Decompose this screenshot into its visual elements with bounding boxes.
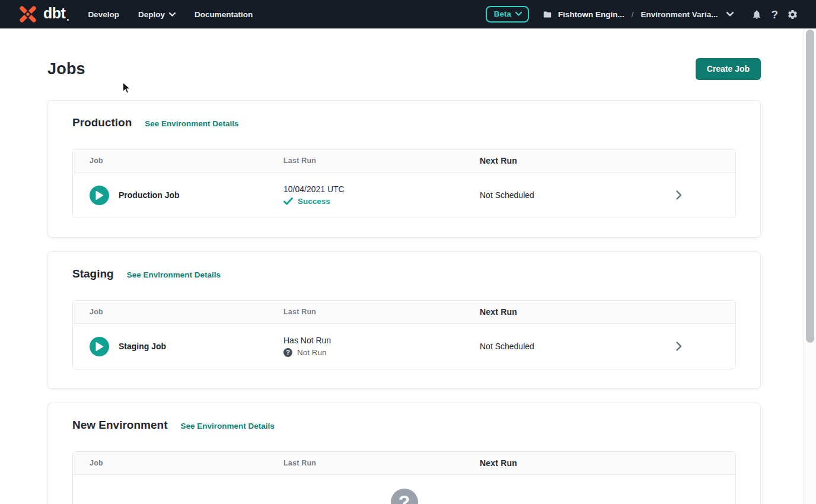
last-run-cell: 10/04/2021 UTC Success bbox=[283, 184, 480, 206]
column-header-last-run: Last Run bbox=[283, 157, 480, 165]
nav-develop-label: Develop bbox=[88, 10, 119, 19]
play-icon bbox=[95, 191, 103, 200]
see-environment-details-link[interactable]: See Environment Details bbox=[145, 119, 238, 128]
scrollbar-track bbox=[804, 28, 816, 504]
environment-header: Staging See Environment Details bbox=[72, 267, 736, 280]
beta-label: Beta bbox=[494, 9, 511, 18]
run-job-button[interactable] bbox=[90, 337, 109, 356]
column-header-next-run: Next Run bbox=[480, 458, 623, 468]
chevron-down-icon bbox=[169, 12, 176, 17]
last-run-cell: Has Not Run ? Not Run bbox=[283, 336, 480, 357]
last-run-status: ? Not Run bbox=[283, 348, 480, 357]
dbt-logo-icon bbox=[17, 3, 39, 25]
play-icon bbox=[95, 342, 103, 351]
column-header-job: Job bbox=[73, 459, 283, 467]
nav-deploy[interactable]: Deploy bbox=[138, 10, 176, 19]
gear-icon[interactable] bbox=[787, 9, 798, 20]
environment-card-new-environment: New Environment See Environment Details … bbox=[47, 403, 761, 504]
top-navbar: dbt Develop Deploy Documentation Beta bbox=[0, 0, 816, 28]
jobs-table: Job Last Run Next Run ? bbox=[72, 451, 736, 504]
next-run-cell: Not Scheduled bbox=[480, 342, 623, 351]
column-header-last-run: Last Run bbox=[283, 459, 480, 467]
chevron-right-icon bbox=[676, 190, 682, 200]
chevron-down-icon bbox=[515, 12, 522, 16]
run-job-button[interactable] bbox=[90, 186, 109, 205]
job-row-staging-job[interactable]: Staging Job Has Not Run ? Not Run Not Sc… bbox=[73, 324, 735, 369]
main-content: Jobs Create Job Production See Environme… bbox=[0, 0, 816, 504]
environment-header: Production See Environment Details bbox=[72, 116, 736, 129]
main-nav: Develop Deploy Documentation bbox=[88, 10, 253, 19]
breadcrumb-section[interactable]: Environment Varia... bbox=[641, 10, 718, 19]
breadcrumb[interactable]: Fishtown Engin... / Environment Varia... bbox=[542, 10, 734, 19]
column-header-job: Job bbox=[73, 157, 283, 165]
nav-documentation[interactable]: Documentation bbox=[195, 10, 253, 19]
page-title: Jobs bbox=[47, 60, 85, 78]
navbar-right: Beta Fishtown Engin... / Environment Var… bbox=[486, 6, 798, 23]
empty-jobs-row: ? bbox=[73, 475, 735, 504]
question-circle-icon: ? bbox=[391, 489, 418, 504]
jobs-table-header: Job Last Run Next Run bbox=[73, 149, 735, 173]
next-run-cell: Not Scheduled bbox=[480, 190, 623, 200]
see-environment-details-link[interactable]: See Environment Details bbox=[127, 270, 221, 279]
scrollbar-thumb[interactable] bbox=[806, 30, 814, 343]
column-header-job: Job bbox=[73, 308, 283, 316]
navbar-icon-group: ? bbox=[751, 9, 798, 20]
dbt-logo-text: dbt bbox=[43, 6, 65, 23]
environment-name: Production bbox=[72, 116, 132, 129]
last-run-date: 10/04/2021 UTC bbox=[283, 184, 480, 194]
job-name: Production Job bbox=[119, 190, 180, 200]
page-header: Jobs Create Job bbox=[47, 58, 761, 80]
job-cell: Staging Job bbox=[73, 337, 283, 356]
job-name: Staging Job bbox=[119, 342, 166, 351]
jobs-table-header: Job Last Run Next Run bbox=[73, 301, 735, 324]
dbt-logo-trademark-dot bbox=[67, 19, 69, 21]
check-icon bbox=[283, 197, 293, 205]
environment-card-staging: Staging See Environment Details Job Last… bbox=[47, 251, 761, 389]
status-label: Success bbox=[298, 197, 330, 206]
see-environment-details-link[interactable]: See Environment Details bbox=[180, 422, 274, 430]
navbar-left: dbt Develop Deploy Documentation bbox=[17, 3, 253, 25]
bell-icon[interactable] bbox=[751, 9, 762, 20]
column-header-next-run: Next Run bbox=[480, 307, 623, 317]
status-label: Not Run bbox=[297, 348, 327, 357]
create-job-button[interactable]: Create Job bbox=[696, 58, 761, 80]
jobs-table: Job Last Run Next Run Staging Job Has No… bbox=[72, 300, 736, 369]
column-header-next-run: Next Run bbox=[480, 156, 623, 165]
folder-icon bbox=[542, 10, 553, 19]
question-circle-icon: ? bbox=[283, 348, 292, 357]
help-icon[interactable]: ? bbox=[771, 9, 778, 20]
last-run-status: Success bbox=[283, 197, 480, 206]
environment-header: New Environment See Environment Details bbox=[72, 419, 736, 432]
dbt-logo[interactable]: dbt bbox=[17, 3, 69, 25]
nav-documentation-label: Documentation bbox=[195, 10, 253, 19]
breadcrumb-separator: / bbox=[632, 10, 634, 19]
environment-card-production: Production See Environment Details Job L… bbox=[47, 100, 761, 238]
environment-name: Staging bbox=[72, 267, 114, 280]
last-run-date: Has Not Run bbox=[283, 336, 480, 345]
chevron-right-icon bbox=[676, 342, 682, 351]
environment-name: New Environment bbox=[72, 419, 167, 432]
breadcrumb-project[interactable]: Fishtown Engin... bbox=[558, 10, 624, 19]
nav-deploy-label: Deploy bbox=[138, 10, 165, 19]
job-cell: Production Job bbox=[73, 186, 283, 205]
jobs-table-header: Job Last Run Next Run bbox=[73, 452, 735, 475]
jobs-table: Job Last Run Next Run Production Job 10/… bbox=[72, 149, 736, 218]
row-arrow-cell bbox=[623, 190, 735, 200]
chevron-down-icon bbox=[726, 12, 734, 17]
column-header-last-run: Last Run bbox=[283, 308, 480, 316]
beta-dropdown[interactable]: Beta bbox=[486, 6, 529, 23]
job-row-production-job[interactable]: Production Job 10/04/2021 UTC Success No… bbox=[73, 173, 735, 218]
row-arrow-cell bbox=[623, 342, 735, 351]
nav-develop[interactable]: Develop bbox=[88, 10, 119, 19]
